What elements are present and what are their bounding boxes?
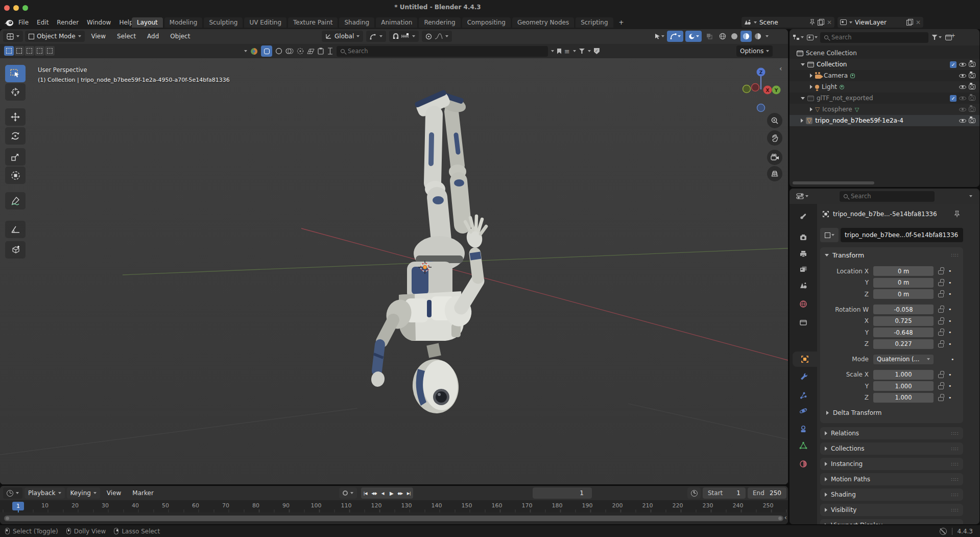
xray-toggle[interactable] bbox=[704, 31, 715, 42]
close-icon[interactable]: ✕ bbox=[916, 19, 921, 26]
frame-end-field[interactable]: End 250 bbox=[748, 487, 786, 499]
tool-annotate[interactable] bbox=[5, 192, 26, 209]
scene-3d[interactable] bbox=[0, 58, 788, 484]
proportional-editing-group[interactable] bbox=[422, 31, 452, 42]
hide-eye-toggle[interactable] bbox=[959, 84, 966, 90]
collapse-icon[interactable] bbox=[825, 254, 829, 256]
panel-grip-icon[interactable]: ∷∷ bbox=[951, 523, 959, 525]
chevron-down-icon[interactable] bbox=[244, 50, 247, 52]
show-gizmo-toggle[interactable] bbox=[667, 31, 683, 42]
tab-render[interactable] bbox=[790, 230, 817, 245]
disable-render-toggle[interactable] bbox=[969, 107, 975, 112]
panel-collections[interactable]: Collections ∷∷ bbox=[820, 442, 963, 455]
expand-icon[interactable] bbox=[801, 63, 805, 66]
panel-grip-icon[interactable]: ∷∷ bbox=[951, 446, 959, 452]
workspace-tab-animation[interactable]: Animation bbox=[376, 17, 417, 28]
timeline-editor-type-button[interactable] bbox=[3, 487, 22, 499]
gizmo-axis-neg-z[interactable] bbox=[757, 104, 765, 112]
breadcrumb-text[interactable]: tripo_node_b7be...-5e14bfa81336 bbox=[833, 211, 937, 218]
panel-relations[interactable]: Relations ∷∷ bbox=[820, 427, 963, 439]
outliner-search[interactable] bbox=[820, 32, 928, 43]
rotation-y-field[interactable]: -0.648 bbox=[873, 328, 934, 337]
properties-editor-type-button[interactable] bbox=[794, 191, 811, 202]
rotation-mode-dropdown[interactable]: Quaternion (... bbox=[873, 355, 934, 364]
lock-icon[interactable] bbox=[938, 385, 944, 389]
lock-icon[interactable] bbox=[938, 343, 944, 347]
select-mode-invert-button[interactable] bbox=[35, 46, 44, 56]
panel-grip-icon[interactable]: ∷∷ bbox=[951, 431, 959, 436]
outliner-item-label[interactable]: Collection bbox=[817, 61, 847, 68]
expand-icon[interactable] bbox=[801, 97, 805, 100]
chevron-down-icon[interactable] bbox=[551, 50, 554, 52]
panel-motion-paths[interactable]: Motion Paths ∷∷ bbox=[820, 473, 963, 485]
animate-dot[interactable]: • bbox=[948, 291, 952, 297]
current-frame-field[interactable]: 1 bbox=[533, 487, 592, 499]
current-frame-badge[interactable]: 1 bbox=[12, 502, 24, 510]
outliner-item-label[interactable]: Camera bbox=[824, 72, 848, 79]
outliner-item-label[interactable]: glTF_not_exported bbox=[817, 95, 873, 102]
outliner-item-label[interactable]: Scene Collection bbox=[806, 50, 857, 57]
panel-grip-icon[interactable]: ∷∷ bbox=[951, 461, 959, 467]
panel-visibility[interactable]: Visibility ∷∷ bbox=[820, 504, 963, 516]
use-preview-range-button[interactable] bbox=[687, 487, 701, 499]
shading-rendered-button[interactable] bbox=[752, 31, 763, 42]
animate-dot[interactable]: • bbox=[948, 268, 952, 274]
menu-window[interactable]: Window bbox=[83, 17, 115, 28]
lock-icon[interactable] bbox=[938, 332, 944, 336]
scale-x-field[interactable]: 1.000 bbox=[873, 370, 934, 380]
animate-dot[interactable]: • bbox=[951, 356, 954, 363]
tab-physics[interactable] bbox=[790, 403, 817, 418]
pin-icon[interactable] bbox=[809, 19, 815, 26]
disable-render-toggle[interactable] bbox=[969, 96, 975, 101]
animate-dot[interactable]: • bbox=[948, 306, 952, 313]
select-mode-set-button[interactable] bbox=[4, 46, 14, 56]
tab-object[interactable] bbox=[793, 352, 817, 367]
show-overlays-toggle[interactable] bbox=[685, 31, 702, 42]
hide-eye-toggle[interactable] bbox=[959, 118, 966, 124]
delta-transform-header[interactable]: Delta Transform bbox=[824, 409, 959, 416]
disable-render-toggle[interactable] bbox=[969, 62, 975, 67]
lock-icon[interactable] bbox=[938, 270, 944, 274]
measure-tape-icon[interactable] bbox=[327, 48, 333, 55]
outliner-row-tripo-node[interactable]: ▽ tripo_node_b7bee59f-1e2a-4 bbox=[790, 115, 979, 126]
disable-render-toggle[interactable] bbox=[969, 84, 975, 89]
workspace-tab-rendering[interactable]: Rendering bbox=[419, 17, 460, 28]
rotation-z-field[interactable]: 0.227 bbox=[873, 339, 934, 349]
viewport-canvas[interactable]: User Perspective (1) Collection | tripo_… bbox=[0, 58, 788, 484]
outliner-item-label[interactable]: Light bbox=[822, 83, 837, 90]
workspace-tab-sculpting[interactable]: Sculpting bbox=[204, 17, 243, 28]
jump-to-start-button[interactable]: |◀ bbox=[361, 487, 370, 499]
outliner-display-mode-button[interactable] bbox=[806, 32, 818, 43]
shield-check-icon[interactable]: ✓ bbox=[594, 48, 600, 54]
animate-dot[interactable]: • bbox=[948, 329, 952, 336]
tab-collection[interactable] bbox=[790, 315, 817, 330]
copy-scene-icon[interactable] bbox=[818, 19, 824, 26]
workspace-tab-shading[interactable]: Shading bbox=[339, 17, 374, 28]
sphere-icon[interactable] bbox=[275, 48, 282, 55]
mode-dropdown[interactable]: Object Mode bbox=[25, 31, 85, 42]
panel-grip-icon[interactable]: ∷∷ bbox=[951, 492, 959, 498]
expand-icon[interactable] bbox=[801, 119, 803, 123]
play-button[interactable]: ▶ bbox=[387, 487, 396, 499]
object-visibility-dropdown[interactable] bbox=[654, 31, 665, 42]
navigation-gizmo[interactable]: Z X Y bbox=[739, 63, 785, 115]
tool-select-box[interactable] bbox=[5, 65, 26, 82]
lock-icon[interactable] bbox=[938, 320, 944, 324]
new-collection-button[interactable]: + bbox=[945, 32, 956, 43]
timeline-horizontal-scrollbar[interactable] bbox=[4, 516, 783, 521]
tool-measure[interactable] bbox=[5, 221, 26, 238]
scale-y-field[interactable]: 1.000 bbox=[873, 381, 934, 391]
scene-name[interactable]: Scene bbox=[759, 19, 778, 26]
workspace-tab-modeling[interactable]: Modeling bbox=[164, 17, 203, 28]
tab-view-layer[interactable] bbox=[790, 262, 817, 277]
spheres-overlap-icon[interactable] bbox=[285, 48, 294, 55]
animate-dot[interactable]: • bbox=[948, 341, 952, 347]
tool-transform[interactable] bbox=[5, 167, 26, 184]
panel-grip-icon[interactable]: ∷∷ bbox=[951, 252, 959, 258]
tool-cursor[interactable] bbox=[5, 83, 26, 101]
lock-icon[interactable] bbox=[938, 293, 944, 297]
tab-world[interactable] bbox=[790, 296, 817, 312]
animate-dot[interactable]: • bbox=[948, 279, 952, 286]
filter-icon[interactable] bbox=[579, 49, 585, 54]
previous-keyframe-button[interactable]: ◀◆ bbox=[370, 487, 378, 499]
